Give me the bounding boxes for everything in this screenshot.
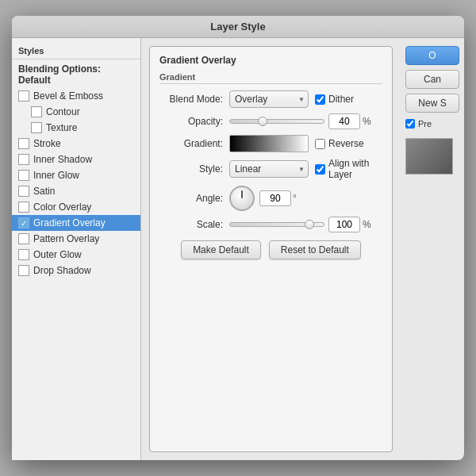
blend-mode-row: Blend Mode: Overlay Normal Multiply Scre… [159,90,382,108]
reverse-wrapper: Reverse [315,138,364,149]
blend-mode-select[interactable]: Overlay Normal Multiply Screen [229,90,309,108]
preview-checkbox[interactable] [405,119,415,129]
preview-row: Pre [405,117,459,130]
scale-unit: % [363,219,371,230]
texture-label: Texture [46,122,77,133]
scale-label: Scale: [159,219,223,230]
sidebar-item-inner-shadow[interactable]: Inner Shadow [12,152,140,167]
inner-glow-label: Inner Glow [33,170,79,181]
satin-checkbox[interactable] [18,186,29,197]
contour-label: Contour [46,106,80,117]
opacity-unit: % [363,116,371,127]
stroke-checkbox[interactable] [18,138,29,149]
dither-wrapper: Dither [315,94,354,105]
drop-shadow-checkbox[interactable] [18,265,29,276]
angle-label: Angle: [159,193,223,204]
style-select-wrapper: Linear Radial Angle Reflected Diamond [229,160,309,178]
color-overlay-label: Color Overlay [33,202,91,213]
sidebar-item-inner-glow[interactable]: Inner Glow [12,167,140,183]
gradient-overlay-label: Gradient Overlay [33,217,106,228]
opacity-label: Opacity: [159,116,223,127]
blend-mode-select-wrapper: Overlay Normal Multiply Screen [229,90,309,108]
color-overlay-checkbox[interactable] [18,202,29,213]
inner-shadow-checkbox[interactable] [18,154,29,165]
outer-glow-label: Outer Glow [33,249,82,260]
sidebar-item-bevel[interactable]: Bevel & Emboss [12,88,140,104]
opacity-slider-track[interactable] [229,119,324,124]
section-title: Gradient [159,72,382,84]
panel-title: Gradient Overlay [159,55,382,66]
style-select[interactable]: Linear Radial Angle Reflected Diamond [229,160,309,178]
sidebar-item-outer-glow[interactable]: Outer Glow [12,247,140,263]
ok-button[interactable]: O [405,46,459,65]
pattern-overlay-label: Pattern Overlay [33,233,99,244]
satin-label: Satin [33,186,55,197]
blending-label: Blending Options: Default [18,63,134,86]
cancel-button[interactable]: Can [405,70,459,89]
opacity-input[interactable] [328,113,360,129]
sidebar: Styles Blending Options: Default Bevel &… [12,38,141,460]
stroke-label: Stroke [33,138,61,149]
make-default-button[interactable]: Make Default [181,240,261,259]
sidebar-item-pattern-overlay[interactable]: Pattern Overlay [12,231,140,247]
scale-row: Scale: % [159,217,382,232]
gradient-label: Gradient: [159,138,223,149]
right-panel: O Can New S Pre [401,38,464,460]
dither-checkbox[interactable] [315,94,325,105]
align-layer-wrapper: Align with Layer [315,158,382,180]
opacity-slider-wrapper [229,119,324,124]
pattern-overlay-checkbox[interactable] [18,233,29,244]
dialog-title: Layer Style [210,21,265,33]
reset-default-button[interactable]: Reset to Default [269,240,361,259]
reverse-label: Reverse [328,138,364,149]
preview-box [405,138,453,175]
gradient-overlay-panel: Gradient Overlay Gradient Blend Mode: Ov… [149,46,393,452]
align-layer-checkbox[interactable] [315,164,325,175]
bevel-label: Bevel & Emboss [33,90,103,102]
inner-glow-checkbox[interactable] [18,170,29,181]
sidebar-item-gradient-overlay[interactable]: ✓ Gradient Overlay [12,215,140,231]
angle-knob[interactable] [229,186,255,211]
gradient-overlay-checkbox[interactable]: ✓ [18,217,29,228]
inner-shadow-label: Inner Shadow [33,154,92,165]
scale-slider-thumb[interactable] [305,220,314,229]
button-row: Make Default Reset to Default [159,240,382,259]
reverse-checkbox[interactable] [315,139,325,149]
style-label: Style: [159,163,223,175]
angle-row: Angle: ° [159,186,382,211]
sidebar-item-color-overlay[interactable]: Color Overlay [12,199,140,215]
bevel-checkbox[interactable] [18,90,29,102]
new-button[interactable]: New S [405,94,459,113]
style-row: Style: Linear Radial Angle Reflected Dia… [159,158,382,180]
texture-checkbox[interactable] [31,122,42,133]
sidebar-item-stroke[interactable]: Stroke [12,136,140,152]
scale-slider-wrapper [229,222,324,227]
layer-style-dialog: Layer Style Styles Blending Options: Def… [12,16,464,460]
blend-mode-label: Blend Mode: [159,94,223,105]
dither-label: Dither [328,94,354,105]
opacity-row: Opacity: % [159,113,382,129]
angle-input[interactable] [259,190,291,206]
contour-checkbox[interactable] [31,106,42,117]
gradient-row: Gradient: Reverse [159,135,382,152]
sidebar-item-satin[interactable]: Satin [12,183,140,199]
preview-label: Pre [418,119,432,129]
gradient-preview[interactable] [229,135,309,152]
main-content: Gradient Overlay Gradient Blend Mode: Ov… [141,38,401,460]
scale-slider-track[interactable] [229,222,324,227]
outer-glow-checkbox[interactable] [18,249,29,260]
sidebar-item-blending[interactable]: Blending Options: Default [12,61,140,88]
sidebar-item-drop-shadow[interactable]: Drop Shadow [12,263,140,278]
sidebar-item-contour[interactable]: Contour [12,104,140,120]
title-bar: Layer Style [12,16,464,38]
opacity-slider-thumb[interactable] [258,117,267,126]
scale-input[interactable] [328,217,360,232]
sidebar-item-texture[interactable]: Texture [12,120,140,136]
angle-unit: ° [293,193,297,204]
align-layer-label: Align with Layer [328,158,382,180]
drop-shadow-label: Drop Shadow [33,265,91,276]
sidebar-title: Styles [12,43,140,60]
